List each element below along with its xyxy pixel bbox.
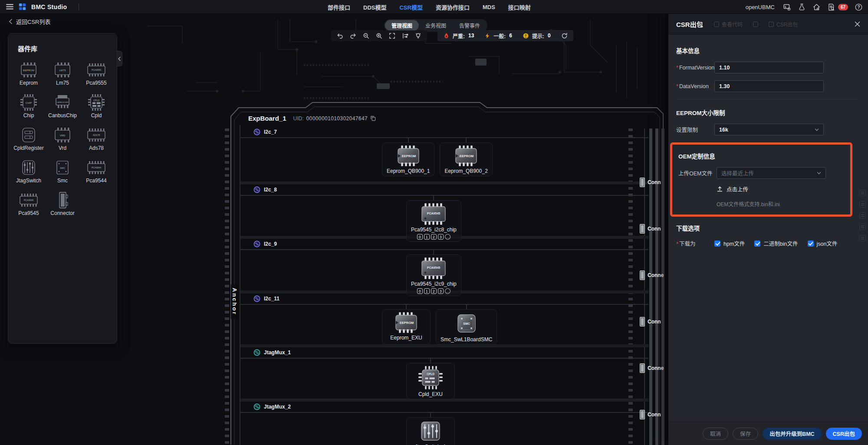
save-button[interactable]: 保存: [733, 428, 758, 440]
copy-icon[interactable]: [370, 115, 376, 121]
data-version-row: DataVersion 1.30: [676, 80, 868, 92]
edge-icon[interactable]: [859, 212, 866, 219]
view-tab-2[interactable]: 告警事件: [453, 20, 487, 31]
bus-rail: [240, 195, 648, 196]
help-icon[interactable]: ?: [855, 3, 863, 11]
connector-stub-2[interactable]: Conne: [640, 270, 664, 280]
document-search-icon[interactable]: [827, 3, 835, 11]
library-item-CanbusChip[interactable]: CANBUSCHIP CanbusChip: [46, 91, 79, 121]
info-alerts[interactable]: 提示: 0: [523, 32, 551, 40]
cancel-button[interactable]: 取消: [703, 428, 728, 440]
edge-icon[interactable]: [859, 190, 866, 196]
library-item-Chip[interactable]: CHIP Chip: [12, 91, 46, 121]
info-count: 0: [548, 33, 551, 39]
connector-stub-3[interactable]: Conn: [640, 317, 661, 326]
nav-item-0[interactable]: 部件接口: [328, 3, 350, 11]
device-settings-icon[interactable]: [783, 3, 791, 11]
connector-stub-5[interactable]: Conn: [640, 410, 661, 419]
general-alerts[interactable]: 一般: 6: [484, 32, 512, 40]
library-item-Pca9544[interactable]: PCA9544 Pca9544: [79, 156, 113, 186]
zoom-out-icon[interactable]: [363, 33, 369, 39]
bus-label-JtagMux_2[interactable]: JtagMux_2: [240, 402, 648, 412]
library-item-Pca9555[interactable]: PCA9555 Pca9555: [79, 58, 113, 88]
oem-recent-select[interactable]: 选择最近上传: [717, 167, 826, 179]
bus-label-I2c_7[interactable]: I2c_7: [240, 127, 648, 137]
connector-stub-0[interactable]: Conn: [640, 178, 661, 187]
library-item-Connector[interactable]: Connector: [46, 188, 79, 218]
node-Eeprom_EXU[interactable]: EEPROM Eeprom_EXU: [382, 309, 431, 345]
edge-icon[interactable]: [859, 201, 866, 208]
node-Eeprom_QB900_1[interactable]: EEPROM Eeprom_QB900_1: [382, 142, 434, 176]
library-item-label: JtagSwitch: [16, 178, 41, 184]
view-tab-1[interactable]: 业务视图: [419, 20, 453, 31]
node-Pca9545_i2c8_chip[interactable]: PCA9545 Pca9545_i2c8_chip 0123…: [406, 200, 461, 242]
node-Pca9545_i2c9_chip[interactable]: PCA9545 Pca9545_i2c9_chip 0123…: [406, 254, 461, 296]
svg-text:SMC: SMC: [60, 167, 65, 169]
download-option-1[interactable]: 二进制bin文件: [754, 239, 798, 247]
debug-flask-icon[interactable]: [798, 3, 806, 11]
notification-badge[interactable]: 67: [838, 4, 848, 10]
view-tab-0[interactable]: 管理视图: [385, 20, 419, 31]
checkbox-checked-icon[interactable]: [714, 241, 720, 247]
undo-icon[interactable]: [337, 33, 343, 39]
close-icon[interactable]: [855, 21, 860, 27]
home-settings-icon[interactable]: [812, 3, 821, 11]
refresh-icon[interactable]: [561, 33, 568, 39]
download-option-0[interactable]: hpm文件: [714, 239, 745, 247]
bus-label-JtagMux_1[interactable]: JtagMux_1: [240, 347, 648, 358]
bus-label-I2c_11[interactable]: I2c_11: [240, 293, 648, 304]
bus-label-I2c_9[interactable]: I2c_9: [240, 239, 648, 249]
panel-collapse-icon[interactable]: [116, 51, 122, 66]
back-to-csr-list[interactable]: 返回CSR列表: [9, 17, 50, 26]
library-item-JtagSwitch[interactable]: JtagSwitch: [12, 156, 46, 186]
click-upload-button[interactable]: 点击上传: [717, 185, 845, 193]
nav-item-3[interactable]: 资源协作接口: [436, 3, 470, 11]
library-item-Smc[interactable]: SMC Smc: [46, 156, 79, 186]
data-version-input[interactable]: 1.30: [714, 80, 824, 92]
library-title: 器件库: [18, 44, 117, 53]
download-option-2[interactable]: json文件: [808, 239, 838, 247]
hamburger-menu-icon[interactable]: [6, 4, 13, 10]
fit-view-icon[interactable]: [389, 33, 395, 39]
format-version-input[interactable]: 1.10: [714, 62, 824, 73]
download-as-label: 下载为: [676, 239, 714, 247]
redo-icon[interactable]: [350, 33, 356, 39]
zoom-in-icon[interactable]: [376, 33, 382, 39]
library-item-CpldRegister[interactable]: CpldRegister: [12, 123, 46, 153]
anchor-label[interactable]: Anchor: [231, 284, 238, 319]
library-item-Lm75[interactable]: LM75 Lm75: [46, 58, 79, 88]
auto-layout-icon[interactable]: [415, 33, 421, 39]
node-Cpld_EXU[interactable]: CPLD Cpld_EXU: [406, 363, 455, 399]
nav-item-2[interactable]: CSR模型: [399, 3, 422, 11]
connector-stub-1[interactable]: Conn: [640, 224, 661, 234]
nav-item-1[interactable]: DDS模型: [363, 3, 386, 11]
layout-icon[interactable]: [402, 33, 408, 39]
eeprom-limit-select[interactable]: 16k: [714, 124, 824, 135]
node-Smc_SwL1BoardSMC[interactable]: SMC Smc_SwL1BoardSMC: [436, 309, 497, 345]
section-oem-info: OEM定制信息: [678, 152, 845, 160]
smc-chip-icon: SMC: [49, 158, 76, 177]
nav-item-5[interactable]: 接口映射: [508, 3, 531, 11]
library-item-Ads78[interactable]: ADS78 Ads78: [79, 123, 113, 153]
critical-alerts[interactable]: 严重: 13: [443, 32, 474, 40]
library-item-Cpld[interactable]: CPLD Cpld: [79, 91, 113, 121]
bmc-studio-app: BMC Studio 部件接口DDS模型CSR模型资源协作接口MDS接口映射 o…: [0, 0, 868, 445]
nav-item-4[interactable]: MDS: [483, 4, 495, 10]
eeprom-limit-label: 设置限制: [676, 125, 714, 134]
library-item-Vrd[interactable]: VRD Vrd: [46, 123, 79, 153]
bus-label-I2c_8[interactable]: I2c_8: [240, 185, 648, 195]
library-item-Pca9545[interactable]: PCA9545 Pca9545: [12, 188, 46, 218]
svg-text:EEPROM: EEPROM: [401, 154, 416, 158]
edge-icon[interactable]: [859, 224, 866, 230]
checkbox-checked-icon[interactable]: [754, 241, 760, 247]
package-and-upgrade-button[interactable]: 出包并升级到BMC: [763, 428, 821, 440]
edge-icon[interactable]: [859, 235, 866, 241]
board-name[interactable]: ExpBoard_1: [248, 115, 286, 122]
library-item-label: Pca9544: [86, 178, 106, 184]
node-Eeprom_QB900_2[interactable]: EEPROM Eeprom_QB900_2: [440, 142, 492, 176]
library-item-Eeprom[interactable]: EEPROM Eeprom: [12, 58, 46, 88]
csr-package-button[interactable]: CSR出包: [826, 428, 862, 440]
node-JtagSwitch_1[interactable]: JtagSwitch_1: [406, 417, 455, 445]
checkbox-checked-icon[interactable]: [808, 241, 814, 247]
connector-stub-4[interactable]: Conne: [640, 363, 664, 373]
